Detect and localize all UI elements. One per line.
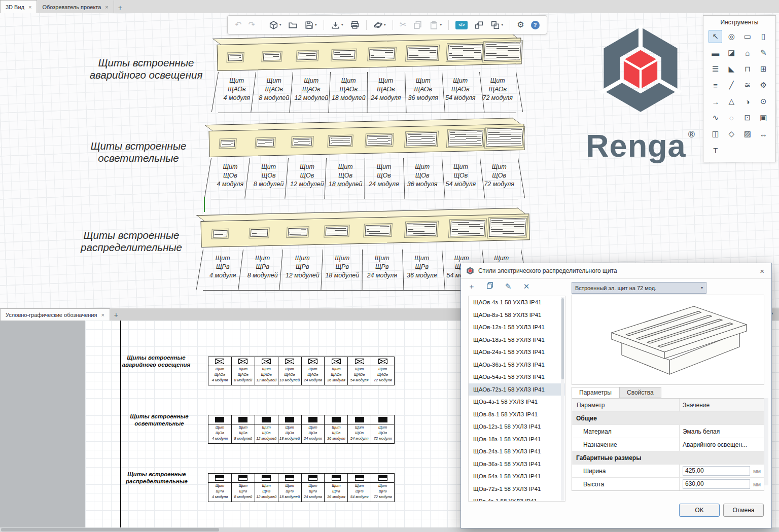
orbit-button[interactable]: ▾	[372, 19, 387, 31]
edit-style-button[interactable]: ✎	[503, 282, 514, 291]
close-icon[interactable]: ×	[101, 312, 104, 318]
tool-icon[interactable]: ⊙	[757, 95, 770, 108]
style-list-item[interactable]: ЩОв-12з-1 58 УХЛЗ IP41	[469, 420, 565, 433]
undo-button[interactable]: ↶	[234, 20, 242, 30]
tab-parameters[interactable]: Параметры	[572, 387, 619, 398]
tool-icon[interactable]: ▯	[757, 30, 770, 43]
tool-icon[interactable]: ⌂	[740, 46, 754, 59]
tool-icon[interactable]: ▨	[740, 127, 754, 140]
vent-grille	[485, 128, 523, 147]
tool-icon[interactable]: ☰	[709, 62, 722, 76]
tool-icon[interactable]: ∿	[709, 111, 722, 124]
crossed-rectangle-symbol	[332, 359, 341, 364]
cut-button[interactable]: ✂	[399, 20, 407, 30]
tool-icon[interactable]: T	[709, 144, 722, 157]
group-row-dimensions: Габаритные размеры	[572, 451, 764, 464]
table-scrollbar[interactable]	[764, 398, 768, 485]
print-button[interactable]	[349, 19, 361, 31]
tool-icon[interactable]: →	[709, 95, 722, 108]
style-list-item[interactable]: ЩОв-8з-1 58 УХЛЗ IP41	[469, 408, 565, 421]
tool-icon[interactable]: ✎	[757, 46, 770, 59]
tool-icon[interactable]: ▬	[709, 46, 722, 59]
style-list-item[interactable]: ЩОв-36з-1 58 УХЛЗ IP41	[469, 458, 565, 471]
style-list-item[interactable]: ЩАОв-18з-1 58 УХЛЗ IP41	[469, 334, 565, 346]
style-list-item[interactable]: ЩОв-18з-1 58 УХЛЗ IP41	[469, 433, 565, 446]
close-icon[interactable]: ×	[28, 4, 31, 10]
close-icon[interactable]: ×	[105, 4, 108, 10]
copy-style-button[interactable]: ▾	[489, 19, 504, 31]
style-template-dropdown[interactable]: Встроенный эл. щит на 72 мод. ▾	[572, 282, 706, 294]
purpose-value[interactable]: Аварийного освещен...	[680, 438, 764, 451]
list-scrollbar[interactable]	[561, 297, 564, 501]
print-icon	[350, 20, 360, 30]
height-input[interactable]: 630,00	[683, 479, 750, 489]
style-list-item[interactable]: ЩАОв-8з-1 58 УХЛЗ IP41	[469, 309, 565, 322]
close-icon[interactable]: ×	[758, 267, 766, 275]
panel-symbol-cell: Щит ЩОв 72 модуля	[371, 415, 394, 443]
copy-button[interactable]	[412, 19, 423, 31]
code-button[interactable]: </>	[454, 20, 469, 30]
new-tab-button[interactable]: +	[114, 2, 126, 13]
scrollbar-thumb[interactable]	[1, 528, 219, 531]
add-style-button[interactable]: +	[466, 282, 477, 291]
tool-icon[interactable]: △	[725, 95, 738, 108]
style-list-item[interactable]: ЩОв-24з-1 58 УХЛЗ IP41	[469, 445, 565, 458]
tool-icon[interactable]: ◫	[709, 127, 722, 140]
tool-icon[interactable]: ⊓	[740, 62, 754, 76]
style-list-item[interactable]: ЩАОв-54з-1 58 УХЛЗ IP41	[469, 371, 565, 383]
ok-button[interactable]: OK	[679, 504, 720, 517]
tool-icon[interactable]: ▭	[740, 30, 754, 43]
style-list-item[interactable]: ЩОв-4з-1 58 УХЛЗ IP41	[469, 396, 565, 408]
dialog-title-bar[interactable]: Стили электрического распределительного …	[461, 263, 771, 279]
save-button[interactable]: ▾	[303, 19, 318, 31]
tool-icon[interactable]: ◣	[725, 62, 738, 76]
panel-label: Щит ЩОв 8 модулей	[250, 159, 288, 199]
tool-icon[interactable]: ⚙	[757, 79, 770, 92]
export-button[interactable]: ▾	[330, 19, 344, 31]
tool-icon[interactable]: ⊞	[757, 62, 770, 76]
material-value[interactable]: Эмаль белая	[680, 425, 764, 438]
redo-button[interactable]: ↷	[247, 20, 256, 30]
tool-icon[interactable]: ◑	[740, 95, 754, 108]
tab-3d-view[interactable]: 3D Вид ×	[0, 0, 37, 13]
style-list-item[interactable]: ЩОв-54з-1 58 УХЛЗ IP41	[469, 470, 565, 483]
style-list-item[interactable]: ЩОв-72з-1 58 УХЛЗ IP41	[469, 483, 565, 495]
paste-button[interactable]: ▾	[428, 19, 443, 31]
bim-button[interactable]	[473, 19, 485, 31]
tool-icon[interactable]: ╱	[725, 79, 738, 92]
style-list-item[interactable]: ЩАОв-4з-1 58 УХЛЗ IP41	[469, 296, 565, 309]
delete-style-button[interactable]: ✕	[521, 282, 532, 291]
style-list-item[interactable]: ЩАОв-24з-1 58 УХЛЗ IP41	[469, 346, 565, 359]
tab-symbolic-notation[interactable]: Условно-графические обозначения ×	[0, 308, 110, 321]
tool-icon[interactable]: ▣	[757, 111, 770, 124]
panel-bar-emergency[interactable]	[217, 31, 521, 71]
tool-icon[interactable]: ≋	[740, 79, 754, 92]
3d-scene-button[interactable]: ▾	[268, 19, 282, 31]
tool-icon[interactable]: ≡	[709, 79, 722, 92]
open-button[interactable]	[287, 19, 299, 31]
vent-grille	[484, 42, 521, 61]
chevron-down-icon: ▾	[501, 23, 503, 27]
tab-properties[interactable]: Свойства	[619, 387, 661, 398]
scrollbar-thumb[interactable]	[561, 298, 564, 379]
new-tab-button[interactable]: +	[110, 309, 122, 321]
help-button[interactable]: ?	[530, 20, 541, 30]
duplicate-style-button[interactable]	[484, 281, 495, 291]
tool-icon[interactable]: ↔	[757, 127, 770, 140]
tool-icon[interactable]: ◎	[725, 30, 738, 43]
tool-icon[interactable]: ⊡	[740, 111, 754, 124]
tool-icon[interactable]: ↖	[709, 30, 722, 43]
width-input[interactable]: 425,00	[683, 466, 750, 476]
style-list-item[interactable]: ЩАОв-12з-1 58 УХЛЗ IP41	[469, 321, 565, 334]
tool-icon[interactable]: ◌	[725, 111, 738, 124]
paste-icon	[429, 20, 439, 30]
half-filled-rectangle-symbol	[285, 475, 294, 481]
wrench-button[interactable]: ⚙	[516, 20, 525, 30]
tab-project-explorer[interactable]: Обозреватель проекта ×	[37, 1, 114, 13]
style-list-item[interactable]: ЩАОв-72з-1 58 УХЛЗ IP41	[469, 383, 565, 396]
style-list-item[interactable]: ЩАОв-36з-1 58 УХЛЗ IP41	[469, 359, 565, 371]
style-list-item[interactable]: ЩРв-4з-1 58 УХЛЗ IP41	[469, 495, 565, 502]
tool-icon[interactable]: ◪	[725, 46, 738, 59]
tool-icon[interactable]: ◇	[725, 127, 738, 140]
cancel-button[interactable]: Отмена	[723, 504, 764, 517]
